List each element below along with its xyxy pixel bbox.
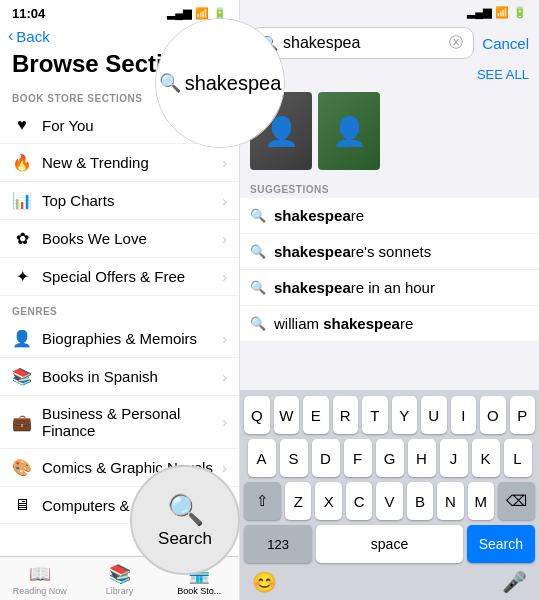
menu-item-business[interactable]: 💼 Business & Personal Finance › — [0, 396, 239, 449]
suggestions-header: SUGGESTIONS — [240, 176, 539, 198]
menu-item-new-trending[interactable]: 🔥 New & Trending › — [0, 144, 239, 182]
signal-icon: ▂▄▆ — [167, 7, 191, 20]
key-h[interactable]: H — [408, 439, 436, 477]
special-offers-label: Special Offers & Free — [42, 268, 222, 285]
key-o[interactable]: O — [480, 396, 506, 434]
section-genres-header: GENRES — [0, 296, 239, 320]
chevron-icon: › — [222, 231, 227, 247]
key-w[interactable]: W — [274, 396, 300, 434]
book-thumbnail-2[interactable]: 👤 — [318, 92, 380, 170]
special-offers-icon: ✦ — [12, 267, 32, 286]
magnify-overlay: 🔍 shakespea — [155, 18, 285, 148]
key-k[interactable]: K — [472, 439, 500, 477]
right-status-icons: ▂▄▆ 📶 🔋 — [467, 6, 527, 19]
magnify-text: shakespea — [185, 72, 282, 95]
key-z[interactable]: Z — [285, 482, 311, 520]
key-g[interactable]: G — [376, 439, 404, 477]
menu-item-special-offers[interactable]: ✦ Special Offers & Free › — [0, 258, 239, 296]
clock: 11:04 — [12, 6, 45, 21]
signal-icon-right: ▂▄▆ — [467, 6, 491, 19]
app-container: 11:04 ▂▄▆ 📶 🔋 ‹ Back Browse Sections BOO… — [0, 0, 539, 600]
suggestion-bold-4: shakespea — [323, 315, 400, 332]
back-label: Back — [16, 28, 49, 45]
num-key[interactable]: 123 — [244, 525, 312, 563]
tab-library-label: Library — [106, 586, 134, 596]
menu-item-top-charts[interactable]: 📊 Top Charts › — [0, 182, 239, 220]
suggestion-1[interactable]: 🔍 shakespeare — [240, 198, 539, 234]
key-x[interactable]: X — [315, 482, 341, 520]
microphone-key[interactable]: 🎤 — [502, 570, 527, 594]
search-bar[interactable]: 🔍 shakespea ⓧ — [250, 27, 474, 59]
key-l[interactable]: L — [504, 439, 532, 477]
key-b[interactable]: B — [407, 482, 433, 520]
shift-key[interactable]: ⇧ — [244, 482, 281, 520]
suggestion-4[interactable]: 🔍 william shakespeare — [240, 306, 539, 342]
cancel-button[interactable]: Cancel — [482, 35, 529, 52]
suggestion-search-icon-4: 🔍 — [250, 316, 266, 331]
search-key[interactable]: Search — [467, 525, 535, 563]
right-status-bar: ▂▄▆ 📶 🔋 — [240, 0, 539, 23]
see-all-button[interactable]: SEE ALL — [477, 67, 529, 82]
tab-library[interactable]: 📚 Library — [80, 563, 160, 596]
clear-search-icon[interactable]: ⓧ — [449, 34, 463, 52]
comics-icon: 🎨 — [12, 458, 32, 477]
reading-now-icon: 📖 — [29, 563, 51, 585]
key-n[interactable]: N — [437, 482, 463, 520]
key-j[interactable]: J — [440, 439, 468, 477]
new-trending-label: New & Trending — [42, 154, 222, 171]
key-s[interactable]: S — [280, 439, 308, 477]
suggestion-search-icon-3: 🔍 — [250, 280, 266, 295]
key-f[interactable]: F — [344, 439, 372, 477]
emoji-key[interactable]: 😊 — [252, 570, 277, 594]
chevron-icon: › — [222, 460, 227, 476]
key-m[interactable]: M — [468, 482, 494, 520]
menu-item-books-we-love[interactable]: ✿ Books We Love › — [0, 220, 239, 258]
book2-portrait-icon: 👤 — [332, 115, 367, 148]
key-p[interactable]: P — [510, 396, 536, 434]
keyboard-row-2: A S D F G H J K L — [244, 439, 535, 477]
tab-reading-now-label: Reading Now — [13, 586, 67, 596]
key-c[interactable]: C — [346, 482, 372, 520]
menu-item-books-spanish[interactable]: 📚 Books in Spanish › — [0, 358, 239, 396]
chevron-icon: › — [222, 414, 227, 430]
keyboard: Q W E R T Y U I O P A S D F G H J K L — [240, 390, 539, 600]
menu-item-biographies[interactable]: 👤 Biographies & Memoirs › — [0, 320, 239, 358]
battery-icon-right: 🔋 — [513, 6, 527, 19]
search-query-text: shakespea — [283, 34, 444, 52]
chevron-icon: › — [222, 155, 227, 171]
key-a[interactable]: A — [248, 439, 276, 477]
suggestion-text-1: shakespeare — [274, 207, 364, 224]
for-you-icon: ♥ — [12, 116, 32, 134]
biographies-label: Biographies & Memoirs — [42, 330, 222, 347]
keyboard-row-4: 123 space Search — [244, 525, 535, 563]
key-r[interactable]: R — [333, 396, 359, 434]
key-v[interactable]: V — [376, 482, 402, 520]
search-circle-overlay[interactable]: 🔍 Search — [130, 465, 240, 575]
magnify-search-icon: 🔍 — [159, 72, 181, 94]
suggestion-2[interactable]: 🔍 shakespeare's sonnets — [240, 234, 539, 270]
books-we-love-label: Books We Love — [42, 230, 222, 247]
search-circle-icon: 🔍 — [167, 492, 204, 527]
key-y[interactable]: Y — [392, 396, 418, 434]
suggestion-3[interactable]: 🔍 shakespeare in an hour — [240, 270, 539, 306]
books-we-love-icon: ✿ — [12, 229, 32, 248]
key-q[interactable]: Q — [244, 396, 270, 434]
key-e[interactable]: E — [303, 396, 329, 434]
backspace-key[interactable]: ⌫ — [498, 482, 535, 520]
computers-icon: 🖥 — [12, 496, 32, 514]
wifi-icon: 📶 — [195, 7, 209, 20]
library-icon: 📚 — [109, 563, 131, 585]
key-t[interactable]: T — [362, 396, 388, 434]
chevron-icon: › — [222, 269, 227, 285]
key-i[interactable]: I — [451, 396, 477, 434]
search-circle-label: Search — [158, 529, 212, 549]
keyboard-row-3: ⇧ Z X C V B N M ⌫ — [244, 482, 535, 520]
tab-reading-now[interactable]: 📖 Reading Now — [0, 563, 80, 596]
search-bar-container: 🔍 shakespea ⓧ Cancel — [240, 23, 539, 63]
back-chevron-icon: ‹ — [8, 27, 13, 45]
space-key[interactable]: space — [316, 525, 462, 563]
tab-book-store-label: Book Sto... — [177, 586, 221, 596]
key-u[interactable]: U — [421, 396, 447, 434]
business-icon: 💼 — [12, 413, 32, 432]
key-d[interactable]: D — [312, 439, 340, 477]
